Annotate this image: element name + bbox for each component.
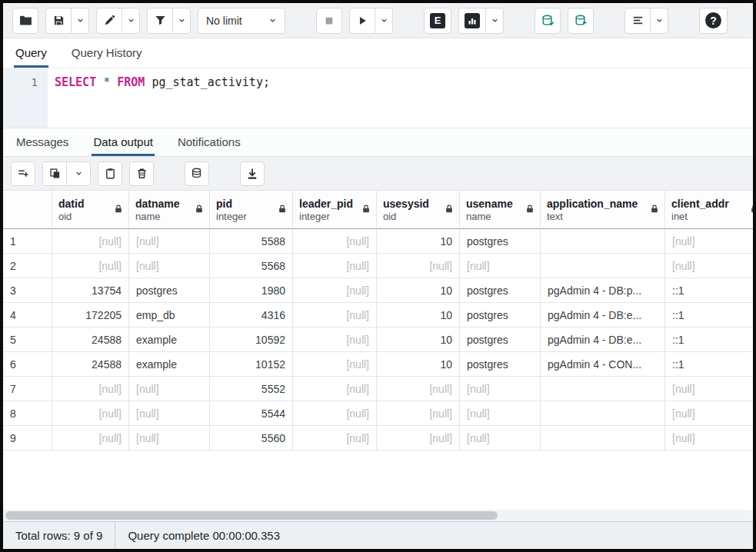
tab-data-output[interactable]: Data output [92, 128, 155, 156]
cell-datid[interactable]: [null] [52, 229, 129, 254]
stop-button[interactable] [316, 8, 342, 34]
cell-pid[interactable]: 5544 [210, 401, 293, 426]
cell-usename[interactable]: postgres [460, 352, 541, 377]
cell-pid[interactable]: 5552 [210, 377, 293, 401]
cell-pid[interactable]: 1980 [210, 278, 293, 303]
save-dropdown-button[interactable] [71, 8, 89, 34]
cell-leader_pid[interactable]: [null] [293, 352, 377, 377]
cell-leader_pid[interactable]: [null] [293, 401, 377, 426]
cell-usename[interactable]: [null] [460, 426, 541, 451]
tab-messages[interactable]: Messages [15, 128, 70, 156]
cell-client_addr[interactable]: [null] [665, 229, 753, 254]
row-number-cell[interactable]: 5 [3, 328, 52, 352]
cell-client_addr[interactable]: ::1 [665, 303, 753, 328]
cell-application_name[interactable] [541, 426, 665, 451]
explain-analyze-button[interactable] [458, 8, 486, 34]
cell-usesysid[interactable]: 10 [377, 352, 460, 377]
cell-datid[interactable]: [null] [52, 254, 129, 278]
cell-usesysid[interactable]: 10 [377, 278, 460, 303]
horizontal-scrollbar[interactable] [3, 510, 753, 521]
cell-leader_pid[interactable]: [null] [293, 254, 377, 278]
cell-datid[interactable]: 172205 [52, 303, 129, 328]
cell-usename[interactable]: postgres [460, 229, 541, 254]
commit-button[interactable] [535, 8, 561, 34]
tab-query[interactable]: Query [14, 38, 48, 68]
column-header-datname[interactable]: datnamename [129, 191, 210, 229]
row-limit-select[interactable]: No limit [198, 8, 285, 34]
cell-application_name[interactable] [541, 401, 665, 426]
save-data-changes-button[interactable] [185, 161, 209, 186]
help-button[interactable]: ? [699, 8, 728, 34]
column-header-usesysid[interactable]: usesysidoid [377, 191, 460, 229]
cell-usesysid[interactable]: [null] [377, 401, 460, 426]
sql-editor[interactable]: 1 SELECT * FROM pg_stat_activity; [3, 68, 753, 128]
column-header-application_name[interactable]: application_nametext [541, 191, 665, 229]
cell-pid[interactable]: 5588 [210, 229, 293, 254]
cell-client_addr[interactable]: ::1 [665, 328, 753, 352]
save-button[interactable] [45, 8, 72, 34]
row-number-cell[interactable]: 3 [3, 278, 52, 303]
cell-leader_pid[interactable]: [null] [293, 328, 377, 352]
cell-datid[interactable]: [null] [52, 401, 129, 426]
macros-button[interactable] [624, 8, 651, 34]
cell-datid[interactable]: 24588 [52, 328, 129, 352]
cell-application_name[interactable] [541, 229, 665, 254]
cell-pid[interactable]: 5568 [210, 254, 293, 278]
cell-usename[interactable]: [null] [460, 254, 541, 278]
cell-datid[interactable]: 13754 [52, 278, 129, 303]
column-header-pid[interactable]: pidinteger [210, 191, 293, 229]
cell-datname[interactable]: [null] [129, 401, 210, 426]
cell-client_addr[interactable]: ::1 [665, 278, 753, 303]
cell-usename[interactable]: postgres [460, 328, 541, 352]
row-number-header[interactable] [3, 191, 52, 229]
add-row-button[interactable] [11, 161, 35, 186]
column-header-leader_pid[interactable]: leader_pidinteger [293, 191, 377, 229]
cell-datid[interactable]: [null] [52, 426, 129, 451]
open-file-button[interactable] [12, 8, 38, 34]
cell-application_name[interactable] [541, 254, 665, 278]
cell-datname[interactable]: example [129, 352, 210, 377]
cell-usename[interactable]: postgres [460, 278, 541, 303]
row-number-cell[interactable]: 9 [3, 426, 52, 451]
cell-application_name[interactable]: pgAdmin 4 - CON... [541, 352, 665, 377]
explain-button[interactable]: E [424, 8, 451, 34]
tab-query-history[interactable]: Query History [70, 38, 144, 68]
rollback-button[interactable] [568, 8, 594, 34]
copy-dropdown-button[interactable] [66, 161, 91, 186]
execute-dropdown-button[interactable] [375, 8, 393, 34]
cell-datname[interactable]: [null] [129, 254, 210, 278]
cell-usesysid[interactable]: [null] [377, 426, 460, 451]
cell-pid[interactable]: 10152 [210, 352, 293, 377]
copy-button[interactable] [42, 161, 67, 186]
cell-usename[interactable]: postgres [460, 303, 541, 328]
row-number-cell[interactable]: 7 [3, 377, 52, 401]
delete-button[interactable] [129, 161, 154, 186]
explain-dropdown-button[interactable] [485, 8, 504, 34]
cell-leader_pid[interactable]: [null] [293, 303, 377, 328]
cell-client_addr[interactable]: [null] [665, 254, 753, 278]
cell-pid[interactable]: 5560 [210, 426, 293, 451]
column-header-client_addr[interactable]: client_addrinet [665, 191, 753, 229]
cell-leader_pid[interactable]: [null] [293, 426, 377, 451]
cell-client_addr[interactable]: ::1 [665, 352, 753, 377]
cell-usename[interactable]: [null] [460, 377, 541, 401]
cell-pid[interactable]: 4316 [210, 303, 293, 328]
cell-datname[interactable]: postgres [129, 278, 210, 303]
cell-application_name[interactable]: pgAdmin 4 - DB:e... [541, 328, 665, 352]
cell-datname[interactable]: [null] [129, 377, 210, 401]
tab-notifications[interactable]: Notifications [176, 128, 242, 156]
filter-button[interactable] [147, 8, 173, 34]
row-number-cell[interactable]: 2 [3, 254, 52, 278]
row-number-cell[interactable]: 6 [3, 352, 52, 377]
column-header-datid[interactable]: datidoid [52, 191, 129, 229]
row-number-cell[interactable]: 4 [3, 303, 52, 328]
cell-pid[interactable]: 10592 [210, 328, 293, 352]
cell-application_name[interactable]: pgAdmin 4 - DB:p... [541, 278, 665, 303]
row-number-cell[interactable]: 1 [3, 229, 52, 254]
cell-usesysid[interactable]: [null] [377, 254, 460, 278]
cell-application_name[interactable] [541, 377, 665, 401]
cell-leader_pid[interactable]: [null] [293, 278, 377, 303]
column-header-usename[interactable]: usenamename [460, 191, 541, 229]
cell-leader_pid[interactable]: [null] [293, 229, 377, 254]
download-results-button[interactable] [240, 161, 265, 186]
